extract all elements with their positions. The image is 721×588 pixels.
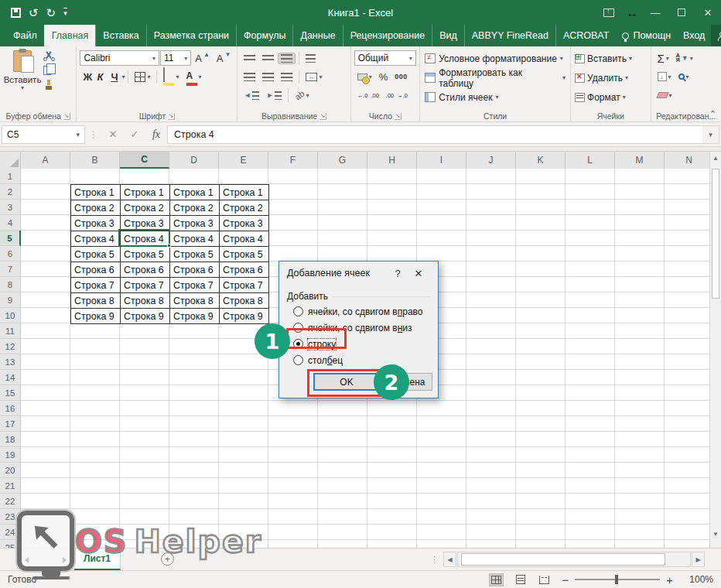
cell-K4[interactable] — [516, 215, 566, 231]
column-header-N[interactable]: N — [665, 152, 714, 169]
cell-N18[interactable] — [665, 432, 714, 447]
cell-K1[interactable] — [516, 169, 566, 184]
cell-L18[interactable] — [566, 432, 615, 447]
cell-C4[interactable]: Строка 3 — [121, 216, 170, 231]
cell-F24[interactable] — [268, 525, 318, 540]
cell-L9[interactable] — [566, 292, 615, 308]
cell-M25[interactable] — [615, 540, 665, 548]
tab-вставка[interactable]: Вставка — [95, 25, 145, 46]
cell-N7[interactable] — [665, 262, 714, 277]
row-header-15[interactable]: 15 — [0, 385, 21, 401]
cell-K18[interactable] — [516, 432, 566, 447]
cell-E13[interactable] — [219, 354, 268, 370]
cell-M24[interactable] — [615, 525, 665, 540]
cell-M5[interactable] — [615, 231, 665, 246]
cell-I17[interactable] — [417, 416, 466, 432]
cell-M21[interactable] — [615, 478, 665, 494]
align-center-button[interactable] — [259, 71, 277, 83]
cell-C23[interactable] — [120, 509, 169, 525]
cell-J5[interactable] — [466, 231, 516, 246]
tab-рецензирование[interactable]: Рецензирование — [343, 25, 432, 46]
cell-K12[interactable] — [516, 339, 566, 354]
cell-F3[interactable] — [268, 200, 318, 215]
cell-A4[interactable] — [21, 215, 70, 231]
normal-view-button[interactable] — [490, 574, 503, 586]
cell-G16[interactable] — [318, 401, 367, 416]
cell-G25[interactable] — [318, 540, 367, 548]
cell-D9[interactable]: Строка 8 — [170, 293, 220, 309]
cell-C15[interactable] — [120, 385, 169, 401]
cell-N2[interactable] — [665, 184, 714, 200]
tab-формулы[interactable]: Формулы — [236, 25, 292, 46]
underline-button[interactable]: Ч — [108, 70, 121, 84]
cell-N8[interactable] — [665, 277, 714, 292]
cell-G24[interactable] — [318, 525, 367, 540]
cell-I6[interactable] — [417, 246, 466, 262]
cell-F5[interactable] — [268, 231, 318, 246]
cell-E3[interactable]: Строка 2 — [220, 200, 269, 216]
cell-A7[interactable] — [21, 262, 70, 277]
cell-M13[interactable] — [615, 354, 665, 370]
font-size-combo[interactable]: 11▾ — [160, 50, 191, 66]
row-header-5[interactable]: 5 — [0, 231, 21, 246]
cell-K22[interactable] — [516, 494, 566, 509]
cell-H17[interactable] — [367, 416, 417, 432]
cell-E8[interactable]: Строка 7 — [220, 278, 269, 293]
cell-B17[interactable] — [70, 416, 120, 432]
cell-M3[interactable] — [615, 200, 665, 215]
borders-button[interactable]: ▾ — [132, 70, 153, 84]
row-header-9[interactable]: 9 — [0, 292, 21, 308]
font-color-button[interactable]: А▾ — [183, 67, 205, 87]
column-header-B[interactable]: B — [70, 152, 120, 169]
scroll-left-icon[interactable]: ◀ — [443, 552, 456, 567]
cell-I24[interactable] — [417, 525, 466, 540]
cell-F23[interactable] — [268, 509, 318, 525]
cell-M22[interactable] — [615, 494, 665, 509]
cell-A11[interactable] — [21, 323, 70, 339]
cell-H2[interactable] — [367, 184, 417, 200]
cell-E15[interactable] — [219, 385, 268, 401]
cell-A12[interactable] — [21, 339, 70, 354]
cell-D5[interactable]: Строка 4 — [170, 231, 220, 247]
cell-B8[interactable]: Строка 7 — [71, 278, 121, 293]
merge-center-button[interactable]: ↔▾ — [302, 71, 325, 83]
cell-D21[interactable] — [169, 478, 219, 494]
cell-I5[interactable] — [417, 231, 466, 246]
cell-J17[interactable] — [466, 416, 516, 432]
cell-E19[interactable] — [219, 447, 268, 463]
cell-G20[interactable] — [318, 463, 367, 478]
cell-I4[interactable] — [417, 215, 466, 231]
cell-K14[interactable] — [516, 370, 566, 385]
cell-M16[interactable] — [615, 401, 665, 416]
cell-D2[interactable]: Строка 1 — [170, 185, 220, 200]
column-header-G[interactable]: G — [318, 152, 367, 169]
cell-F20[interactable] — [268, 463, 318, 478]
cell-A22[interactable] — [21, 494, 70, 509]
scroll-up-icon[interactable]: ▲ — [710, 152, 721, 164]
formula-input[interactable]: Строка 4 — [167, 125, 702, 144]
cell-J24[interactable] — [466, 525, 516, 540]
cell-J22[interactable] — [466, 494, 516, 509]
row-header-1[interactable]: 1 — [0, 169, 21, 184]
orientation-button[interactable]: ab▾ — [292, 89, 312, 101]
cell-L4[interactable] — [566, 215, 615, 231]
cell-M18[interactable] — [615, 432, 665, 447]
cell-I19[interactable] — [417, 447, 466, 463]
cell-B10[interactable]: Строка 9 — [71, 309, 121, 324]
cell-L13[interactable] — [566, 354, 615, 370]
italic-button[interactable]: К — [94, 70, 107, 84]
cell-J21[interactable] — [466, 478, 516, 494]
sort-filter-button[interactable]: АЯ▼▾ — [673, 52, 696, 65]
cell-D3[interactable]: Строка 2 — [170, 200, 220, 216]
cut-icon[interactable] — [43, 51, 55, 61]
cell-H4[interactable] — [367, 215, 417, 231]
cell-C1[interactable] — [120, 169, 169, 184]
cell-D13[interactable] — [169, 354, 219, 370]
save-icon[interactable] — [11, 8, 21, 18]
cell-F16[interactable] — [268, 401, 318, 416]
cell-E18[interactable] — [219, 432, 268, 447]
cell-C14[interactable] — [120, 370, 169, 385]
cell-G6[interactable] — [318, 246, 367, 262]
decrease-decimal-button[interactable]: .00→,0 — [383, 91, 411, 100]
dialog-option-4[interactable]: столбец — [293, 352, 432, 368]
